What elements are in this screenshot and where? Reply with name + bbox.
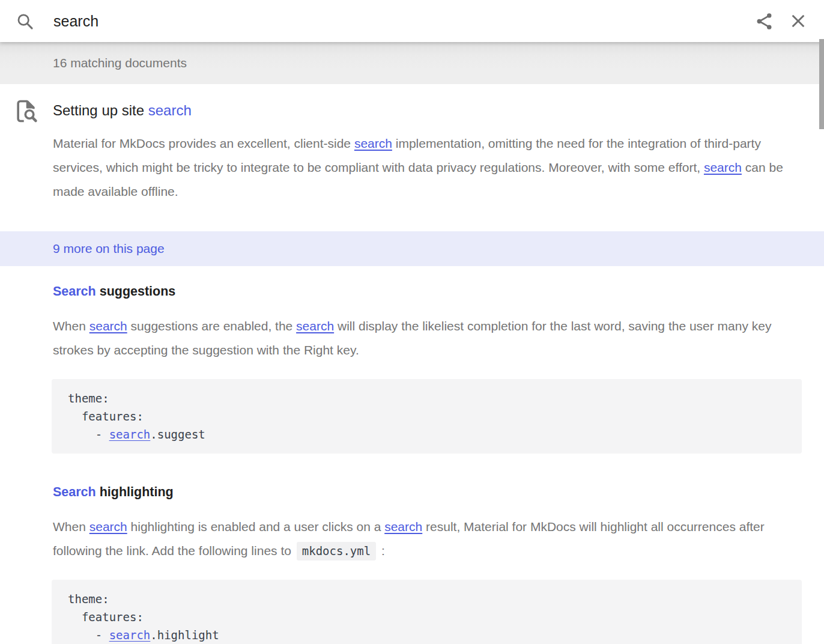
- code-line: - search.highlight: [68, 626, 790, 644]
- search-icon: [16, 12, 34, 31]
- search-term-link[interactable]: search: [89, 319, 127, 333]
- search-result-meta: 16 matching documents: [0, 42, 824, 84]
- section-body: When search suggestions are enabled, the…: [53, 314, 796, 362]
- text-run: When: [53, 319, 89, 333]
- text-run: When: [53, 520, 89, 533]
- text-run: suggestions are enabled, the: [127, 319, 296, 333]
- text-run: highlighting: [96, 485, 174, 499]
- search-result-section-suggestions[interactable]: Search suggestions When search suggestio…: [0, 266, 824, 454]
- search-term-link[interactable]: search: [109, 628, 151, 642]
- text-run: .highlight: [150, 628, 219, 642]
- text-run: features:: [68, 610, 144, 624]
- more-on-this-page-link[interactable]: 9 more on this page: [0, 231, 824, 266]
- search-term-link[interactable]: search: [89, 520, 127, 533]
- code-line: theme:: [68, 590, 790, 608]
- code-line: features:: [68, 608, 790, 626]
- code-line: features:: [68, 407, 790, 425]
- close-icon[interactable]: [789, 11, 808, 31]
- code-line: - search.suggest: [68, 425, 790, 443]
- share-icon[interactable]: [754, 11, 774, 31]
- text-run: Material for MkDocs provides an excellen…: [53, 136, 354, 150]
- highlighted-term: Search: [53, 485, 96, 499]
- search-result-section-highlighting[interactable]: Search highlighting When search highligh…: [0, 454, 824, 644]
- search-overlay: 16 matching documents Setting up site se…: [0, 0, 824, 644]
- search-input[interactable]: [52, 12, 754, 31]
- matching-documents-count: 16 matching documents: [53, 56, 187, 70]
- text-run: :: [378, 544, 385, 557]
- inline-code: mkdocs.yml: [297, 542, 376, 560]
- highlighted-term: Search: [53, 284, 96, 299]
- text-run: theme:: [68, 592, 109, 606]
- text-run: -: [68, 628, 109, 642]
- text-run: .suggest: [150, 428, 205, 441]
- more-on-this-page-label: 9 more on this page: [53, 242, 165, 256]
- search-term-link[interactable]: search: [384, 520, 422, 533]
- result-teaser: Material for MkDocs provides an excellen…: [53, 132, 796, 204]
- text-run: suggestions: [96, 284, 176, 299]
- text-run: Setting up site: [53, 102, 148, 118]
- search-term-link[interactable]: search: [354, 136, 392, 150]
- search-term-link[interactable]: search: [296, 319, 334, 333]
- search-result-item[interactable]: Setting up site search Material for MkDo…: [0, 84, 824, 231]
- text-run: -: [68, 428, 109, 441]
- section-body: When search highlighting is enabled and …: [53, 515, 796, 563]
- code-block: theme: features: - search.highlight: [52, 580, 802, 644]
- result-title[interactable]: Setting up site search: [53, 100, 796, 121]
- file-search-icon: [13, 98, 39, 124]
- text-run: highlighting is enabled and a user click…: [127, 520, 384, 533]
- section-heading: Search suggestions: [53, 282, 796, 300]
- search-result-list: Setting up site search Material for MkDo…: [0, 84, 824, 644]
- search-bar: [0, 0, 824, 42]
- search-term-link[interactable]: search: [109, 428, 151, 441]
- scrollbar-thumb[interactable]: [819, 39, 824, 129]
- text-run: theme:: [68, 392, 109, 405]
- text-run: features:: [68, 410, 144, 423]
- search-term-link[interactable]: search: [704, 160, 742, 174]
- code-block: theme: features: - search.suggest: [52, 379, 802, 454]
- section-heading: Search highlighting: [53, 483, 796, 501]
- highlighted-term: search: [148, 102, 192, 118]
- code-line: theme:: [68, 389, 790, 407]
